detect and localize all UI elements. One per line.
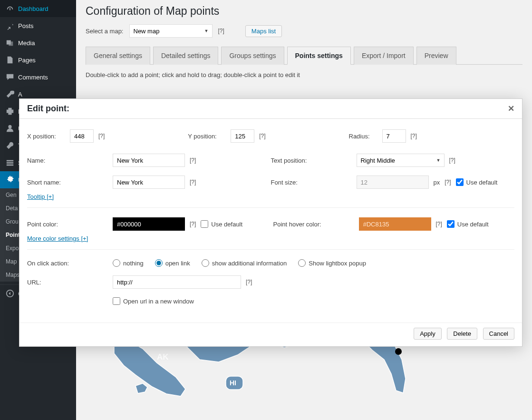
settings-icon xyxy=(6,158,14,167)
close-icon[interactable]: ✕ xyxy=(508,104,514,114)
help-icon[interactable]: [?] xyxy=(436,221,442,227)
help-icon[interactable]: [?] xyxy=(411,133,417,139)
map-select[interactable]: New map xyxy=(129,24,213,38)
tab-preview[interactable]: Preview xyxy=(416,47,456,65)
point-color-input[interactable] xyxy=(113,217,185,231)
map-label-ak: AK xyxy=(157,352,169,361)
help-icon[interactable]: [?] xyxy=(259,133,265,139)
sidebar-label: Media xyxy=(18,39,35,47)
svg-rect-3 xyxy=(7,160,13,162)
apply-button[interactable]: Apply xyxy=(414,328,442,340)
map-toolbar: Select a map: New map [?] Maps list xyxy=(86,24,522,38)
radio-additional-info[interactable] xyxy=(202,259,209,267)
page-icon xyxy=(6,56,14,64)
radio-lightbox[interactable] xyxy=(298,259,306,267)
hint-text: Double-click to add a point; click and h… xyxy=(86,71,522,78)
map-label-hi: HI xyxy=(230,379,236,387)
help-icon[interactable]: [?] xyxy=(98,133,105,139)
radio-label: Show lightbox popup xyxy=(309,260,366,267)
use-default-font-checkbox[interactable] xyxy=(456,178,464,186)
use-default-color-checkbox[interactable] xyxy=(201,220,208,228)
tab-groups[interactable]: Groups settings xyxy=(221,47,284,65)
sidebar-label: Posts xyxy=(18,22,34,29)
sidebar-label: Dashboard xyxy=(18,5,48,12)
hover-color-label: Point hover color: xyxy=(273,221,354,228)
sidebar-item-media[interactable]: Media xyxy=(0,34,76,51)
hover-color-input[interactable] xyxy=(359,217,431,231)
open-new-label: Open url in a new window xyxy=(123,298,194,305)
edit-point-modal: Edit point: ✕ X position: [?] Y position… xyxy=(19,98,522,347)
px-label: px xyxy=(434,179,440,186)
radio-label: nothing xyxy=(123,260,144,267)
text-position-select[interactable]: Right Middle xyxy=(357,154,445,167)
name-input[interactable] xyxy=(113,154,185,167)
sidebar-label: Pages xyxy=(18,57,36,64)
svg-rect-4 xyxy=(7,162,13,164)
gear-icon xyxy=(6,176,14,184)
help-icon[interactable]: [?] xyxy=(190,221,196,227)
tab-points[interactable]: Points settings xyxy=(287,47,351,65)
select-map-label: Select a map: xyxy=(86,28,124,35)
tool-icon xyxy=(6,141,14,150)
wrench-icon xyxy=(6,90,14,98)
use-default-label: Use default xyxy=(211,221,242,228)
svg-point-2 xyxy=(8,125,11,128)
click-action-label: On click action: xyxy=(27,260,108,267)
svg-rect-5 xyxy=(7,165,13,166)
sidebar-item-posts[interactable]: Posts xyxy=(0,17,76,34)
y-position-input[interactable] xyxy=(231,129,254,143)
help-icon[interactable]: [?] xyxy=(190,179,196,186)
user-icon xyxy=(6,124,14,133)
svg-rect-1 xyxy=(9,41,13,46)
help-icon[interactable]: [?] xyxy=(445,179,451,186)
x-position-input[interactable] xyxy=(70,129,94,143)
font-size-label: Font size: xyxy=(271,179,352,186)
modal-title: Edit point: xyxy=(27,104,69,114)
point-color-label: Point color: xyxy=(27,221,108,228)
maps-list-button[interactable]: Maps list xyxy=(245,25,282,37)
tooltip-expand-link[interactable]: Tooltip [+] xyxy=(27,193,54,200)
font-size-input[interactable] xyxy=(357,176,429,189)
tab-export[interactable]: Export / Import xyxy=(354,47,414,65)
use-default-label: Use default xyxy=(457,221,489,228)
open-new-window-checkbox[interactable] xyxy=(113,297,120,305)
collapse-icon xyxy=(6,289,14,298)
sidebar-item-pages[interactable]: Pages xyxy=(0,51,76,68)
short-name-label: Short name: xyxy=(27,179,108,186)
plugin-icon xyxy=(6,107,14,116)
delete-button[interactable]: Delete xyxy=(447,328,477,340)
use-default-label: Use default xyxy=(466,179,498,186)
url-label: URL: xyxy=(27,279,108,286)
dashboard-icon xyxy=(6,4,14,13)
help-icon[interactable]: [?] xyxy=(246,279,252,285)
tab-general[interactable]: General settings xyxy=(86,47,150,65)
more-color-link[interactable]: More color settings [+] xyxy=(27,235,88,242)
sidebar-item-comments[interactable]: Comments xyxy=(0,68,76,86)
name-label: Name: xyxy=(27,157,108,164)
help-icon[interactable]: [?] xyxy=(190,157,196,164)
radius-label: Radius: xyxy=(349,133,377,140)
radio-label: open link xyxy=(165,260,190,267)
cancel-button[interactable]: Cancel xyxy=(483,328,514,340)
media-icon xyxy=(6,39,14,47)
tab-detailed[interactable]: Detailed settings xyxy=(153,47,219,65)
short-name-input[interactable] xyxy=(113,176,185,189)
radio-open-link[interactable] xyxy=(155,259,163,267)
map-point-marker[interactable] xyxy=(395,348,402,355)
radius-input[interactable] xyxy=(382,129,406,143)
help-icon[interactable]: [?] xyxy=(218,28,224,34)
help-icon[interactable]: [?] xyxy=(449,157,455,164)
url-input[interactable] xyxy=(113,275,241,289)
tabs: General settings Detailed settings Group… xyxy=(86,46,522,65)
pin-icon xyxy=(6,21,14,30)
sidebar-label: A xyxy=(18,91,22,98)
use-default-hover-checkbox[interactable] xyxy=(447,220,455,228)
comment-icon xyxy=(6,73,14,81)
y-position-label: Y position: xyxy=(188,133,226,140)
radio-label: show additional information xyxy=(212,260,287,267)
sidebar-label: Comments xyxy=(18,74,48,81)
page-title: Configuration of Map points xyxy=(86,5,522,18)
x-position-label: X position: xyxy=(27,133,65,140)
sidebar-item-dashboard[interactable]: Dashboard xyxy=(0,0,76,17)
radio-nothing[interactable] xyxy=(113,259,120,267)
